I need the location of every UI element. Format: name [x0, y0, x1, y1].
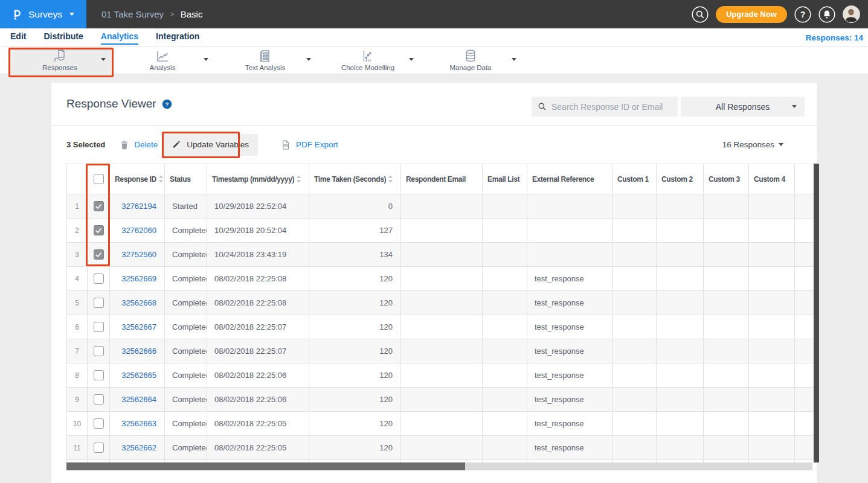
table-row: 1132562662Completed08/02/2018 22:25:0512… — [67, 436, 814, 460]
row-checkbox[interactable] — [94, 418, 104, 429]
tab-analytics[interactable]: Analytics — [101, 28, 138, 45]
row-checkbox[interactable] — [94, 370, 104, 380]
toolbar-item-analysis[interactable]: Analysis — [111, 47, 214, 74]
select-all-checkbox[interactable] — [94, 174, 104, 184]
response-id-link[interactable]: 32762060 — [121, 226, 156, 235]
response-id-link[interactable]: 32562666 — [121, 347, 156, 356]
column-header-rownum — [67, 164, 88, 194]
row-checkbox[interactable] — [94, 346, 104, 356]
upgrade-now-button[interactable]: Upgrade Now — [716, 6, 787, 23]
vertical-scrollbar[interactable] — [814, 164, 819, 462]
row-number: 4 — [67, 267, 88, 291]
toolbar-item-choice-modelling[interactable]: Choice Modelling — [317, 47, 419, 74]
row-checkbox[interactable] — [94, 201, 104, 211]
column-header-custom_2: Custom 2 — [657, 164, 704, 194]
responses-count-dropdown[interactable]: 16 Responses — [722, 131, 783, 158]
breadcrumb-survey-name[interactable]: 01 Take Survey — [101, 9, 164, 19]
tab-edit[interactable]: Edit — [10, 28, 26, 45]
response-id-link[interactable]: 32562665 — [121, 371, 156, 380]
respondent_email-cell — [401, 339, 483, 363]
response-id-cell: 32562669 — [110, 267, 165, 291]
response-id-cell: 32562666 — [110, 339, 165, 363]
extra-cell — [795, 291, 814, 315]
row-checkbox[interactable] — [94, 322, 104, 332]
row-number: 3 — [67, 243, 88, 267]
topbar: Surveys 01 Take Survey > Basic Upgrade N… — [0, 0, 868, 28]
delete-button[interactable]: Delete — [119, 139, 158, 150]
chevron-down-icon[interactable] — [204, 58, 208, 61]
response-id-link[interactable]: 32562667 — [121, 322, 156, 331]
table-row: 932562664Completed08/02/2018 22:25:06120… — [67, 388, 814, 412]
chevron-down-icon — [69, 13, 74, 16]
table-row: 232762060Completed10/29/2018 20:52:04127 — [67, 219, 814, 243]
response-id-link[interactable]: 32562668 — [121, 298, 156, 307]
response-id-link[interactable]: 32562662 — [121, 443, 156, 452]
chevron-down-icon[interactable] — [512, 58, 516, 61]
row-number: 11 — [67, 436, 88, 460]
row-checkbox[interactable] — [94, 225, 104, 235]
response-id-cell: 32562663 — [110, 412, 165, 436]
notifications-bell-icon[interactable] — [818, 6, 835, 23]
chevron-down-icon[interactable] — [306, 58, 311, 61]
custom_4-cell — [749, 267, 795, 291]
response-filter-dropdown[interactable]: All Responses — [681, 97, 805, 117]
row-checkbox[interactable] — [94, 443, 104, 453]
external_reference-cell: test_response — [527, 436, 612, 460]
update-variables-button[interactable]: Update Variables — [162, 134, 258, 156]
response-id-link[interactable]: 32562669 — [121, 274, 156, 283]
horizontal-scrollbar-track[interactable] — [66, 462, 812, 470]
custom_1-cell — [612, 243, 657, 267]
sort-icon[interactable] — [158, 175, 164, 183]
toolbar-item-text-analysis[interactable]: Text Analysis — [214, 47, 317, 74]
row-checkbox[interactable] — [94, 298, 104, 308]
toolbar-item-responses[interactable]: Responses — [8, 47, 111, 74]
horizontal-scrollbar-thumb[interactable] — [66, 462, 465, 470]
pdf-file-icon: PDF — [280, 139, 292, 151]
external_reference-cell: test_response — [527, 412, 612, 436]
column-header-time_taken[interactable]: Time Taken (Seconds) — [309, 164, 401, 194]
column-header-status: Status — [165, 164, 207, 194]
surveys-menu[interactable]: Surveys — [0, 0, 86, 28]
row-select-cell — [88, 412, 110, 436]
sort-icon[interactable] — [296, 175, 301, 183]
response-id-link[interactable]: 32562664 — [121, 395, 156, 404]
pdf-export-button[interactable]: PDF PDF Export — [280, 139, 338, 151]
svg-text:PDF: PDF — [283, 144, 289, 147]
response-id-link[interactable]: 32752560 — [121, 250, 156, 259]
custom_4-cell — [749, 436, 795, 460]
tab-distribute[interactable]: Distribute — [43, 28, 83, 45]
column-header-timestamp[interactable]: Timestamp (mm/dd/yyyy) — [207, 164, 309, 194]
row-number: 1 — [67, 194, 88, 219]
search-icon[interactable] — [692, 6, 709, 23]
response-id-link[interactable]: 32762194 — [121, 202, 156, 211]
sort-icon[interactable] — [388, 175, 393, 183]
row-checkbox[interactable] — [94, 394, 104, 405]
external_reference-cell: test_response — [527, 291, 612, 315]
help-icon[interactable]: ? — [794, 6, 811, 23]
chevron-down-icon[interactable] — [101, 58, 106, 61]
tab-integration[interactable]: Integration — [156, 28, 199, 45]
user-avatar[interactable] — [843, 5, 860, 23]
email_list-cell — [483, 315, 527, 339]
response-id-link[interactable]: 32562663 — [121, 419, 156, 428]
custom_2-cell — [657, 194, 704, 219]
status-cell: Completed — [165, 315, 207, 339]
toolbar-item-manage-data[interactable]: Manage Data — [419, 47, 522, 74]
row-checkbox[interactable] — [94, 249, 104, 260]
row-select-cell — [88, 243, 110, 267]
custom_2-cell — [657, 412, 704, 436]
search-input[interactable] — [551, 102, 672, 112]
respondent_email-cell — [401, 267, 483, 291]
column-header-response_id[interactable]: Response ID — [110, 164, 165, 194]
custom_2-cell — [657, 436, 704, 460]
custom_3-cell — [704, 412, 749, 436]
row-select-cell — [88, 194, 110, 219]
row-checkbox[interactable] — [94, 273, 104, 284]
responses-table: Response IDStatusTimestamp (mm/dd/yyyy)T… — [66, 164, 815, 462]
chevron-down-icon[interactable] — [409, 58, 414, 61]
status-cell: Completed — [165, 219, 207, 243]
help-circle-icon[interactable]: ? — [161, 98, 173, 110]
row-select-cell — [88, 291, 110, 315]
row-number: 5 — [67, 291, 88, 315]
status-cell: Completed — [165, 436, 207, 460]
